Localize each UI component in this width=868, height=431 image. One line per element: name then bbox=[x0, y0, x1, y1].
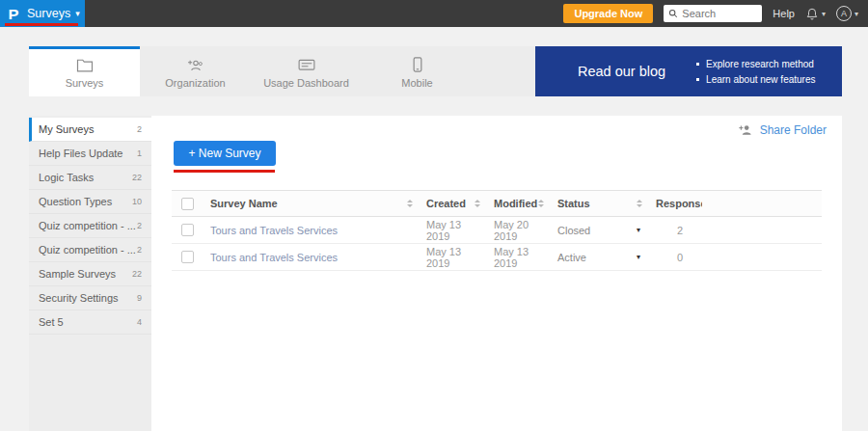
annotation-underline bbox=[5, 23, 78, 26]
column-header-survey-name[interactable]: Survey Name bbox=[210, 198, 278, 209]
dashboard-icon bbox=[298, 57, 315, 72]
tab-organization[interactable]: Organization bbox=[140, 46, 251, 96]
sidebar-folder-label: Quiz competition - ... bbox=[39, 244, 137, 256]
blog-bullet-item: Learn about new features bbox=[696, 74, 815, 85]
sidebar-folder-label: Quiz competition - ... bbox=[39, 220, 137, 231]
status-dropdown-caret[interactable] bbox=[637, 253, 640, 261]
search-input[interactable] bbox=[682, 8, 757, 19]
column-header-created[interactable]: Created bbox=[426, 198, 466, 209]
sidebar-folder-label: My Surveys bbox=[39, 123, 137, 135]
surveys-table: Survey Name Created Modified Status Resp… bbox=[172, 190, 822, 271]
avatar: A bbox=[836, 6, 852, 21]
sidebar-folder-item[interactable]: Sample Surveys 22 bbox=[29, 262, 151, 286]
tab-mobile[interactable]: Mobile bbox=[362, 46, 473, 96]
search-box[interactable] bbox=[664, 5, 762, 22]
column-header-modified[interactable]: Modified bbox=[494, 198, 537, 209]
tab-label: Organization bbox=[165, 77, 225, 89]
sidebar-folder-count: 4 bbox=[137, 317, 142, 327]
sort-icon[interactable] bbox=[637, 200, 642, 207]
tab-label: Mobile bbox=[401, 77, 432, 89]
sort-icon[interactable] bbox=[407, 200, 413, 207]
chevron-down-icon bbox=[822, 10, 826, 18]
sidebar-folder-count: 22 bbox=[132, 173, 142, 182]
sidebar-folder-label: Logic Tasks bbox=[39, 172, 132, 183]
tab-label: Usage Dashboard bbox=[263, 77, 349, 89]
sidebar-folder-count: 10 bbox=[132, 197, 142, 206]
table-header-row: Survey Name Created Modified Status Resp… bbox=[172, 190, 822, 217]
created-date: May 13 2019 bbox=[426, 246, 486, 269]
modified-date: May 20 2019 bbox=[494, 219, 550, 242]
folder-icon bbox=[76, 57, 94, 72]
chevron-down-icon[interactable] bbox=[75, 9, 80, 18]
app-switcher-menu[interactable]: P Surveys bbox=[0, 0, 85, 27]
blog-banner-title[interactable]: Read our blog bbox=[578, 64, 665, 79]
blog-banner-bullets: Explore research method Learn about new … bbox=[696, 59, 815, 85]
sidebar-folder-item[interactable]: Help Files Update 1 bbox=[29, 142, 151, 166]
status-value: Closed bbox=[557, 225, 590, 236]
sort-icon[interactable] bbox=[475, 200, 480, 207]
primary-nav-tabs: Surveys Organization Usage Dashboard Mob… bbox=[29, 46, 842, 96]
read-blog-banner[interactable]: Read our blog Explore research method Le… bbox=[535, 46, 842, 96]
share-folder-label: Share Folder bbox=[760, 123, 827, 137]
sidebar-folder-label: Security Settings bbox=[39, 292, 137, 304]
app-menu-label[interactable]: Surveys bbox=[27, 7, 70, 20]
column-header-status[interactable]: Status bbox=[557, 198, 590, 209]
sidebar-folder-label: Help Files Update bbox=[39, 148, 137, 159]
folders-sidebar: My Surveys 2 Help Files Update 1 Logic T… bbox=[29, 116, 151, 431]
bell-icon bbox=[805, 7, 819, 21]
status-value: Active bbox=[557, 252, 586, 263]
created-date: May 13 2019 bbox=[426, 219, 486, 242]
sidebar-folder-label: Question Types bbox=[39, 196, 132, 207]
search-icon bbox=[668, 9, 678, 18]
sidebar-folder-item[interactable]: Set 5 4 bbox=[29, 310, 151, 335]
survey-name-link[interactable]: Tours and Travels Services bbox=[210, 252, 338, 263]
row-checkbox[interactable] bbox=[181, 224, 194, 236]
sidebar-folder-count: 2 bbox=[137, 221, 142, 230]
main-content: Share Folder + New Survey Survey Name Cr… bbox=[151, 116, 842, 431]
annotation-underline bbox=[174, 170, 275, 173]
sidebar-folder-item[interactable]: Security Settings 9 bbox=[29, 286, 151, 310]
blog-bullet-item: Explore research method bbox=[696, 59, 815, 69]
tabstrip-filler bbox=[473, 46, 535, 96]
sidebar-folder-item[interactable]: Question Types 10 bbox=[29, 190, 151, 214]
notifications-menu[interactable] bbox=[805, 7, 826, 21]
sidebar-folder-count: 1 bbox=[137, 148, 142, 158]
modified-date: May 13 2019 bbox=[494, 246, 550, 269]
tab-surveys[interactable]: Surveys bbox=[29, 46, 140, 96]
sidebar-folder-count: 22 bbox=[132, 269, 142, 279]
sort-icon[interactable] bbox=[538, 200, 544, 207]
app-window: P Surveys Upgrade Now Help A bbox=[0, 0, 868, 431]
responses-count: 0 bbox=[677, 252, 683, 263]
people-add-icon bbox=[187, 57, 204, 72]
tab-label: Surveys bbox=[66, 77, 104, 89]
account-menu[interactable]: A bbox=[836, 6, 858, 21]
row-checkbox[interactable] bbox=[181, 251, 194, 263]
sidebar-folder-item[interactable]: Quiz competition - ... 2 bbox=[29, 214, 151, 238]
chevron-down-icon bbox=[854, 10, 858, 18]
upgrade-now-button[interactable]: Upgrade Now bbox=[563, 4, 653, 23]
column-header-responses[interactable]: Responses bbox=[656, 198, 702, 209]
help-link[interactable]: Help bbox=[773, 8, 795, 19]
sidebar-folder-label: Sample Surveys bbox=[39, 268, 132, 280]
brand-logo: P bbox=[8, 7, 18, 21]
tab-usage-dashboard[interactable]: Usage Dashboard bbox=[251, 46, 362, 96]
mobile-icon bbox=[409, 57, 426, 72]
sidebar-folder-count: 2 bbox=[137, 124, 142, 134]
new-survey-button[interactable]: + New Survey bbox=[174, 141, 276, 166]
status-dropdown-caret[interactable] bbox=[637, 226, 640, 234]
select-all-checkbox[interactable] bbox=[181, 198, 194, 210]
sidebar-folder-item[interactable]: Quiz competition - ... 2 bbox=[29, 238, 151, 262]
person-add-icon bbox=[739, 124, 753, 136]
top-bar: P Surveys Upgrade Now Help A bbox=[0, 0, 868, 27]
survey-table-row: Tours and Travels Services May 13 2019 M… bbox=[172, 244, 822, 271]
sidebar-folder-count: 2 bbox=[137, 245, 142, 255]
sidebar-folder-item[interactable]: My Surveys 2 bbox=[29, 118, 151, 142]
sidebar-folder-count: 9 bbox=[137, 293, 142, 303]
responses-count: 2 bbox=[677, 225, 683, 236]
topbar-actions: Upgrade Now Help A bbox=[563, 4, 868, 23]
survey-name-link[interactable]: Tours and Travels Services bbox=[210, 225, 338, 236]
survey-table-row: Tours and Travels Services May 13 2019 M… bbox=[172, 217, 822, 244]
sidebar-folder-label: Set 5 bbox=[39, 316, 137, 328]
share-folder-button[interactable]: Share Folder bbox=[739, 123, 827, 137]
sidebar-folder-item[interactable]: Logic Tasks 22 bbox=[29, 166, 151, 190]
